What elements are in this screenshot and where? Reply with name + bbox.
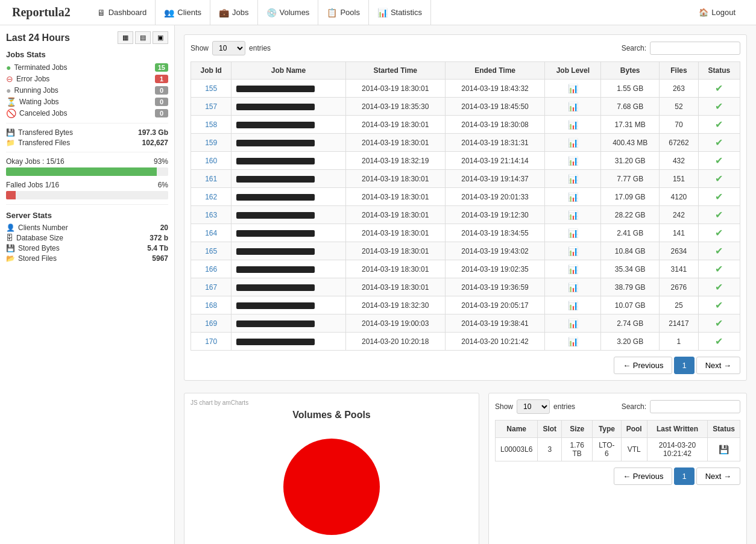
job-id-cell[interactable]: 169 xyxy=(191,314,232,333)
ended-time-cell: 2014-03-19 18:30:08 xyxy=(445,116,544,134)
clients-icon: 👥 xyxy=(164,8,174,17)
job-id-cell[interactable]: 168 xyxy=(191,296,232,314)
job-id-cell[interactable]: 161 xyxy=(191,170,232,188)
col-status: Status xyxy=(698,62,740,80)
bar-chart-icon[interactable]: 📊 xyxy=(568,102,578,111)
jobs-next-btn[interactable]: Next → xyxy=(696,357,740,374)
job-id-cell[interactable]: 159 xyxy=(191,134,232,152)
started-time-cell: 2014-03-19 18:32:30 xyxy=(345,296,445,314)
view-icon-btn-1[interactable]: ▦ xyxy=(118,31,133,44)
bar-chart-icon[interactable]: 📊 xyxy=(568,120,578,130)
bar-chart-icon[interactable]: 📊 xyxy=(568,192,578,202)
vol-col-size: Size xyxy=(562,421,593,438)
job-id-cell[interactable]: 163 xyxy=(191,206,232,224)
vol-last-written-cell: 2014-03-20 10:21:42 xyxy=(647,438,708,461)
jobs-prev-btn[interactable]: ← Previous xyxy=(614,357,672,374)
canceled-jobs-row: 🚫 Canceled Jobs 0 xyxy=(6,108,168,118)
bar-chart-icon[interactable]: 📊 xyxy=(568,246,578,256)
job-name-cell xyxy=(232,333,345,351)
bar-chart-icon[interactable]: 📊 xyxy=(568,156,578,166)
database-size-value: 372 b xyxy=(150,234,168,242)
volumes-table-header: Name Slot Size Type Pool Last Written St… xyxy=(496,421,740,438)
job-id-cell[interactable]: 167 xyxy=(191,278,232,296)
status-ok-icon: ✔ xyxy=(715,246,723,256)
volumes-page-1[interactable]: 1 xyxy=(674,467,694,485)
job-id-cell[interactable]: 165 xyxy=(191,242,232,260)
volumes-search-input[interactable] xyxy=(650,400,740,413)
status-ok-icon: ✔ xyxy=(715,83,723,93)
server-stats-title: Server Stats xyxy=(6,211,168,220)
ended-time-cell: 2014-03-19 19:38:41 xyxy=(445,314,544,333)
view-icon-btn-3[interactable]: ▣ xyxy=(153,31,168,44)
nav-volumes[interactable]: 💿 Volumes xyxy=(258,0,319,25)
job-id-cell[interactable]: 160 xyxy=(191,152,232,170)
status-cell: ✔ xyxy=(698,116,740,134)
okay-jobs-section: Okay Jobs : 15/16 93% xyxy=(6,157,168,176)
files-cell: 3141 xyxy=(659,260,698,278)
volumes-icon: 💿 xyxy=(266,8,277,17)
bar-chart-icon[interactable]: 📊 xyxy=(568,264,578,274)
bar-chart-icon[interactable]: 📊 xyxy=(568,283,578,292)
bar-chart-icon[interactable]: 📊 xyxy=(568,210,578,220)
job-id-cell[interactable]: 158 xyxy=(191,116,232,134)
job-id-cell[interactable]: 162 xyxy=(191,188,232,206)
bar-chart-icon[interactable]: 📊 xyxy=(568,337,578,346)
table-row: 162 2014-03-19 18:30:01 2014-03-19 20:01… xyxy=(191,188,740,206)
vol-col-name: Name xyxy=(496,421,538,438)
job-id-cell[interactable]: 164 xyxy=(191,224,232,242)
job-id-cell[interactable]: 166 xyxy=(191,260,232,278)
files-icon: 📁 xyxy=(6,139,15,147)
bar-chart-icon[interactable]: 📊 xyxy=(568,301,578,310)
job-name-cell xyxy=(232,80,345,98)
volumes-entries-select[interactable]: 10 25 50 100 xyxy=(517,399,550,414)
volumes-next-btn[interactable]: Next → xyxy=(696,467,740,485)
chart-credit: JS chart by amCharts xyxy=(191,399,473,406)
files-cell: 1 xyxy=(659,333,698,351)
chart-title: Volumes & Pools xyxy=(191,410,473,421)
job-id-cell[interactable]: 157 xyxy=(191,98,232,116)
status-cell: ✔ xyxy=(698,242,740,260)
bar-chart-icon[interactable]: 📊 xyxy=(568,228,578,238)
canceled-jobs-label: Canceled Jobs xyxy=(19,109,67,117)
col-ended-time: Ended Time xyxy=(445,62,544,80)
table-row: 170 2014-03-20 10:20:18 2014-03-20 10:21… xyxy=(191,333,740,351)
bar-chart-icon[interactable]: 📊 xyxy=(568,138,578,148)
jobs-search-input[interactable] xyxy=(650,42,740,55)
terminated-jobs-label: Terminated Jobs xyxy=(14,63,67,72)
job-level-cell: 📊 xyxy=(545,98,601,116)
nav-jobs[interactable]: 💼 Jobs xyxy=(210,0,257,25)
vol-search-label: Search: xyxy=(622,402,646,411)
nav-clients[interactable]: 👥 Clients xyxy=(156,0,210,25)
started-time-cell: 2014-03-19 18:32:19 xyxy=(345,152,445,170)
col-job-level: Job Level xyxy=(545,62,601,80)
status-ok-icon: ✔ xyxy=(715,155,723,166)
jobs-entries-select[interactable]: 10 25 50 100 xyxy=(212,41,245,55)
volumes-pagination: ← Previous 1 Next → xyxy=(495,467,740,485)
nav-pools[interactable]: 📋 Pools xyxy=(318,0,369,25)
volumes-prev-btn[interactable]: ← Previous xyxy=(614,467,672,485)
ended-time-cell: 2014-03-19 18:31:31 xyxy=(445,134,544,152)
table-row: L00003L6 3 1.76 TB LTO-6 VTL 2014-03-20 … xyxy=(496,438,740,461)
job-id-cell[interactable]: 170 xyxy=(191,333,232,351)
logout-button[interactable]: 🏠 Logout xyxy=(690,8,744,17)
job-level-cell: 📊 xyxy=(545,188,601,206)
waiting-jobs-badge: 0 xyxy=(155,98,168,106)
job-id-cell[interactable]: 155 xyxy=(191,80,232,98)
ended-time-cell: 2014-03-19 19:02:35 xyxy=(445,260,544,278)
vol-col-pool: Pool xyxy=(621,421,647,438)
view-icon-btn-2[interactable]: ▤ xyxy=(135,31,151,44)
bytes-cell: 17.09 GB xyxy=(601,188,660,206)
bar-chart-icon[interactable]: 📊 xyxy=(568,174,578,184)
ended-time-cell: 2014-03-19 19:12:30 xyxy=(445,206,544,224)
nav-dashboard[interactable]: 🖥 Dashboard xyxy=(89,0,156,25)
nav-statistics[interactable]: 📊 Statistics xyxy=(369,0,431,25)
statistics-icon: 📊 xyxy=(377,8,388,17)
bar-chart-icon[interactable]: 📊 xyxy=(568,84,578,93)
search-label: Search: xyxy=(622,44,646,52)
started-time-cell: 2014-03-19 18:30:01 xyxy=(345,242,445,260)
bar-chart-icon[interactable]: 📊 xyxy=(568,319,578,328)
jobs-page-1[interactable]: 1 xyxy=(674,357,694,374)
bytes-icon: 💾 xyxy=(6,128,15,137)
job-name-cell xyxy=(232,260,345,278)
job-name-cell xyxy=(232,206,345,224)
